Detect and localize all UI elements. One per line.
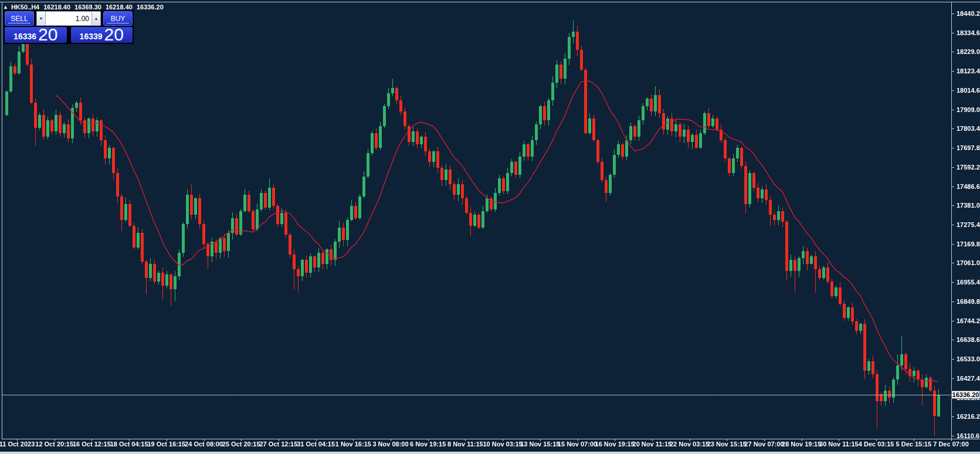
y-tick-label: 16110.60 <box>957 432 980 439</box>
x-tick-label: 24 Oct 08:00 <box>185 441 223 448</box>
y-tick-label: 18229.00 <box>957 48 980 55</box>
one-click-trading-panel: SELL ▼ ▲ BUY 16336 20 1633 <box>4 10 134 44</box>
x-tick-label: 11 Oct 2023 <box>0 441 35 448</box>
candlestick-canvas[interactable] <box>0 0 980 454</box>
y-tick-label: 17909.00 <box>957 106 980 113</box>
x-tick-label: 3 Nov 08:00 <box>372 441 408 448</box>
x-tick-label: 13 Nov 15:15 <box>520 441 559 448</box>
x-tick-label: 31 Oct 04:15 <box>297 441 335 448</box>
x-tick-label: 20 Nov 11:15 <box>633 441 672 448</box>
y-tick-label: 18123.40 <box>957 67 980 74</box>
x-tick-label: 28 Nov 19:15 <box>782 441 821 448</box>
x-tick-label: 5 Dec 15:15 <box>896 441 932 448</box>
x-tick-label: 1 Nov 16:15 <box>335 441 371 448</box>
y-tick-label: 16849.80 <box>957 298 980 305</box>
y-tick-label: 16533.00 <box>957 355 980 362</box>
chevron-up-icon: ▲ <box>94 16 99 21</box>
x-tick-label: 27 Nov 07:00 <box>744 441 784 448</box>
x-tick-label: 4 Dec 03:15 <box>859 441 894 448</box>
volume-dropdown-button[interactable]: ▼ <box>36 11 46 26</box>
y-tick-label: 17697.80 <box>957 144 980 151</box>
x-tick-label: 30 Nov 11:15 <box>819 441 859 448</box>
buy-price-main: 16339 <box>80 32 103 41</box>
window-edge <box>0 452 980 454</box>
y-tick-label: 16744.20 <box>957 317 980 324</box>
y-tick-label: 18014.60 <box>957 87 980 94</box>
y-tick-label: 18440.20 <box>957 10 980 17</box>
y-tick-label: 17169.80 <box>957 240 980 248</box>
x-tick-label: 18 Oct 04:15 <box>110 441 148 448</box>
ohlc-close: 16336.20 <box>137 4 164 11</box>
x-tick-label: 15 Nov 07:00 <box>558 441 597 448</box>
sell-button[interactable]: SELL <box>5 11 34 26</box>
symbol-triangle-icon: ▲ <box>3 4 8 10</box>
x-tick-label: 25 Oct 20:15 <box>222 441 260 448</box>
y-tick-label: 17381.00 <box>957 202 980 209</box>
terminal-window: ▲ HK50.,H4 16218.40 16369.30 16218.40 16… <box>0 0 980 454</box>
sell-button-underline <box>8 23 30 23</box>
y-tick-label: 17275.40 <box>957 221 980 228</box>
buy-button-label: BUY <box>111 15 126 23</box>
chevron-down-icon: ▼ <box>39 16 43 21</box>
x-tick-label: 23 Nov 15:15 <box>707 441 747 448</box>
buy-button[interactable]: BUY <box>103 11 133 26</box>
y-tick-label: 16638.60 <box>957 336 980 343</box>
buy-price-display: 16339 20 <box>71 27 133 43</box>
x-tick-label: 12 Oct 20:15 <box>35 441 73 448</box>
y-tick-label: 17592.20 <box>957 164 980 171</box>
x-tick-label: 7 Dec 07:00 <box>933 441 969 448</box>
x-tick-label: 10 Nov 03:15 <box>483 441 522 448</box>
x-tick-label: 22 Nov 03:15 <box>670 441 709 448</box>
buy-price-big-digits: 20 <box>104 27 124 42</box>
volume-increase-button[interactable]: ▲ <box>91 11 101 26</box>
y-tick-label: 17803.40 <box>957 125 980 132</box>
y-tick-label: 18334.60 <box>957 29 980 36</box>
x-tick-label: 27 Oct 12:15 <box>259 441 297 448</box>
sell-price-display: 16336 20 <box>5 27 67 43</box>
x-tick-label: 16 Oct 12:15 <box>73 441 111 448</box>
buy-button-underline <box>107 23 129 23</box>
volume-input[interactable] <box>46 11 91 26</box>
x-tick-label: 16 Nov 19:15 <box>595 441 635 448</box>
x-tick-label: 8 Nov 11:15 <box>447 441 483 448</box>
current-price-tag: 16336.20 <box>951 391 980 399</box>
sell-button-label: SELL <box>11 15 28 23</box>
y-tick-label: 16216.20 <box>957 413 980 420</box>
y-tick-label: 17061.00 <box>957 259 980 266</box>
y-tick-label: 17486.60 <box>957 183 980 190</box>
sell-price-big-digits: 20 <box>38 27 57 42</box>
y-tick-label: 16955.40 <box>957 279 980 286</box>
x-tick-label: 6 Nov 19:15 <box>410 441 446 448</box>
y-tick-label: 16427.40 <box>957 375 980 382</box>
sell-price-main: 16336 <box>13 32 36 41</box>
x-tick-label: 19 Oct 16:15 <box>147 441 185 448</box>
